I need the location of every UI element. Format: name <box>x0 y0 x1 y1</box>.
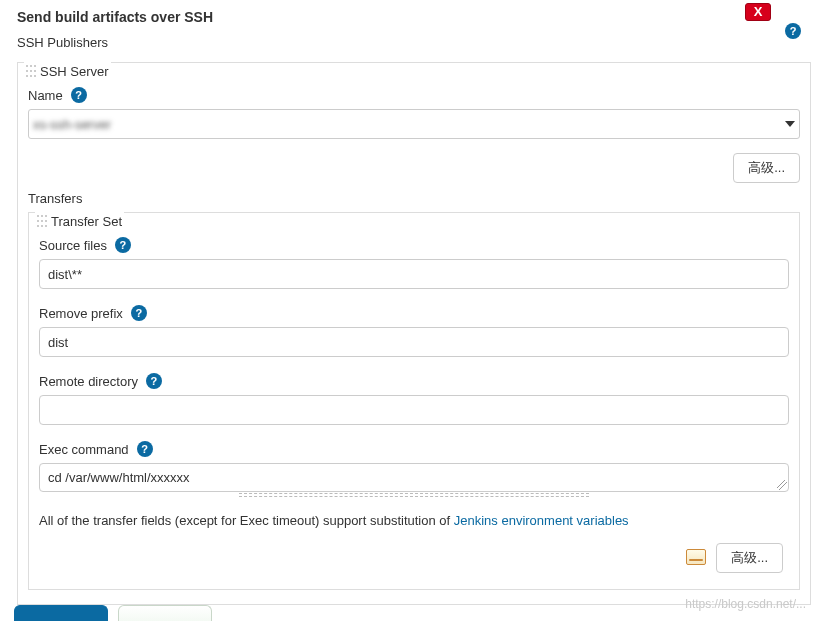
transfer-set-legend: Transfer Set <box>51 214 122 229</box>
remote-directory-input[interactable] <box>39 395 789 425</box>
ssh-server-fieldset: SSH Server Name ? xs-ssh-server 高级... Tr… <box>17 62 811 605</box>
help-icon[interactable]: ? <box>146 373 162 389</box>
help-icon[interactable]: ? <box>785 23 801 39</box>
footer-button-stub[interactable] <box>118 605 212 621</box>
drag-handle-icon[interactable] <box>26 65 36 79</box>
remove-prefix-input[interactable] <box>39 327 789 357</box>
note-text: All of the transfer fields (except for E… <box>39 513 454 528</box>
advanced-button[interactable]: 高级... <box>733 153 800 183</box>
footer-button-stub[interactable] <box>14 605 108 621</box>
name-select-value: xs-ssh-server <box>33 117 111 132</box>
close-button[interactable]: X <box>745 3 771 21</box>
advanced-button[interactable]: 高级... <box>716 543 783 573</box>
exec-command-label: Exec command <box>39 442 129 457</box>
drag-handle-icon[interactable] <box>37 215 47 229</box>
exec-command-input[interactable] <box>40 464 788 488</box>
ssh-server-legend: SSH Server <box>40 64 109 79</box>
remove-prefix-label: Remove prefix <box>39 306 123 321</box>
name-select[interactable]: xs-ssh-server <box>28 109 800 139</box>
transfer-note: All of the transfer fields (except for E… <box>39 511 789 531</box>
section-title: Send build artifacts over SSH <box>17 9 213 25</box>
source-files-label: Source files <box>39 238 107 253</box>
textarea-grab-bar[interactable] <box>239 493 589 497</box>
transfers-label: Transfers <box>28 191 82 206</box>
help-icon[interactable]: ? <box>137 441 153 457</box>
footer-stubs <box>0 605 212 621</box>
exec-command-textarea-wrap <box>39 463 789 492</box>
env-variables-link[interactable]: Jenkins environment variables <box>454 513 629 528</box>
name-label: Name <box>28 88 63 103</box>
help-icon[interactable]: ? <box>115 237 131 253</box>
transfer-set-fieldset: Transfer Set Source files ? Remove prefi… <box>28 212 800 590</box>
publishers-label: SSH Publishers <box>17 35 811 50</box>
help-icon[interactable]: ? <box>71 87 87 103</box>
remote-directory-label: Remote directory <box>39 374 138 389</box>
source-files-input[interactable] <box>39 259 789 289</box>
chevron-down-icon <box>785 121 795 127</box>
resize-handle-icon[interactable] <box>777 480 787 490</box>
clipboard-icon[interactable] <box>686 549 706 567</box>
help-icon[interactable]: ? <box>131 305 147 321</box>
